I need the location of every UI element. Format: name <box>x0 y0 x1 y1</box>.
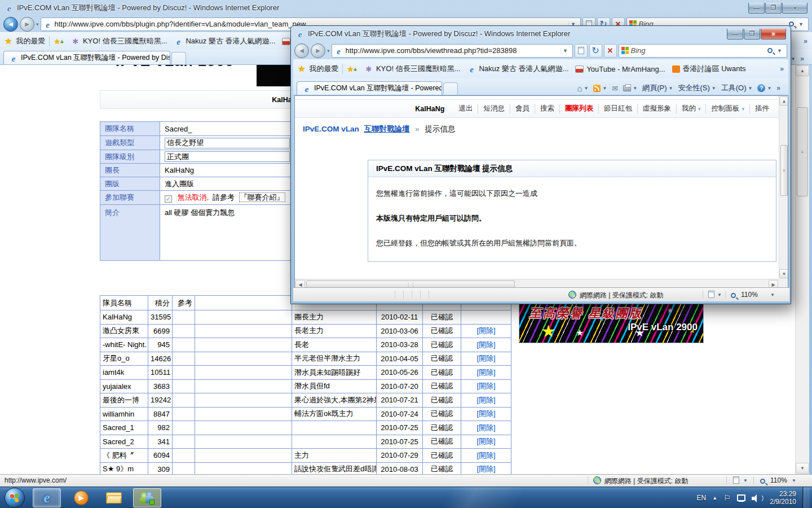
scroll-thumb[interactable]: ≡ <box>780 145 788 196</box>
chevron-more-icon[interactable]: » <box>804 37 807 45</box>
forum-nav-item[interactable]: 插件 <box>749 104 774 113</box>
remove-member-link[interactable]: [開除] <box>476 409 495 418</box>
url-box[interactable]: http://www.ipve.com/bbs/viewthread.php?t… <box>332 44 573 58</box>
taskbar-explorer-button[interactable] <box>100 488 127 507</box>
minimize-button[interactable]: — <box>727 29 743 40</box>
safety-menu[interactable]: 安全性(S)▼ <box>678 83 716 93</box>
close-button[interactable]: × <box>782 3 807 14</box>
breadcrumb-site-link[interactable]: IPvE.COM vLan <box>303 125 359 133</box>
compatibility-view-button[interactable] <box>575 44 588 58</box>
zoom-level[interactable]: 110% <box>741 291 758 299</box>
action-center-icon[interactable]: ⚐ <box>723 493 731 502</box>
history-dropdown-icon[interactable]: ▾ <box>327 48 330 54</box>
remove-member-link[interactable]: [開除] <box>476 354 495 362</box>
zoom-icon[interactable] <box>731 293 736 298</box>
scroll-up-icon[interactable]: ▲ <box>796 65 809 76</box>
search-dropdown-icon[interactable]: ▼ <box>775 48 784 54</box>
network-icon[interactable] <box>737 494 745 502</box>
taskbar-media-player-button[interactable]: ▶ <box>68 488 95 507</box>
add-favorite-icon[interactable]: ★+ <box>347 65 357 73</box>
forum-nav-item[interactable]: 退出 <box>453 104 478 113</box>
favorites-item[interactable]: KYO! 信長三國魔獸暗黑... <box>361 63 464 75</box>
compatibility-status-icon[interactable] <box>708 291 714 298</box>
language-indicator[interactable]: EN <box>696 494 706 502</box>
forward-button[interactable]: ▶ <box>20 17 34 32</box>
feeds-button[interactable]: ▼ <box>593 85 607 92</box>
remove-member-link[interactable]: [開除] <box>476 368 495 376</box>
show-hidden-icons-button[interactable]: ▲ <box>712 495 717 501</box>
chevron-down-icon[interactable]: ▼ <box>743 478 748 483</box>
favorites-label[interactable]: 我的最愛 <box>16 36 45 46</box>
taskbar-messenger-button[interactable] <box>133 488 161 507</box>
browser-tab[interactable]: IPvE.COM vLan 互聯對戰論壇 - Powered by Dis... <box>297 81 442 95</box>
chevron-more-icon[interactable]: » <box>800 55 804 63</box>
forum-nav-item[interactable]: 節日紅包 <box>598 104 637 113</box>
forum-nav-item[interactable]: 搜索 <box>535 104 559 113</box>
game-type-input[interactable] <box>165 138 290 148</box>
search-icon[interactable] <box>767 48 773 53</box>
refresh-button[interactable]: ↻ <box>589 44 602 58</box>
forward-button[interactable]: ▶ <box>311 43 325 58</box>
favorites-star-icon[interactable]: ★ <box>5 36 12 46</box>
zoom-dropdown-icon[interactable]: ▼ <box>770 292 775 297</box>
remove-member-link[interactable]: [開除] <box>476 382 495 390</box>
forum-nav-item[interactable]: 短消息 <box>478 104 510 113</box>
favorites-item[interactable]: Nakuz 樂古 香港人氣網遊... <box>170 35 279 47</box>
vertical-scrollbar[interactable]: ▲ ≡ ▼ <box>795 65 809 474</box>
favorites-item[interactable]: 香港討論區 Uwants <box>669 63 749 75</box>
forum-nav-item[interactable]: 控制面板▾ <box>705 104 749 113</box>
remove-member-link[interactable]: [開除] <box>476 465 495 473</box>
forum-nav-item[interactable]: 我的▾ <box>676 104 706 113</box>
show-desktop-button[interactable] <box>802 487 810 508</box>
zoom-icon[interactable] <box>760 479 765 484</box>
minimize-button[interactable]: — <box>748 3 765 14</box>
favorites-star-icon[interactable]: ★ <box>298 64 305 74</box>
breadcrumb-forum-link[interactable]: 互聯對戰論壇 <box>364 125 410 133</box>
history-dropdown-icon[interactable]: ▾ <box>36 21 39 27</box>
search-dropdown-icon[interactable]: ▼ <box>796 21 806 27</box>
favorites-item[interactable]: YouTube - MrAmHang... <box>572 63 668 75</box>
zoom-dropdown-icon[interactable]: ▼ <box>792 478 796 483</box>
remove-member-link[interactable]: [開除] <box>476 437 495 445</box>
maximize-button[interactable]: ❐ <box>744 29 760 40</box>
volume-icon[interactable] <box>752 494 760 502</box>
help-button[interactable]: ?▼ <box>757 84 771 92</box>
search-box[interactable]: Bing ▼ <box>619 44 787 58</box>
scroll-down-icon[interactable]: ▼ <box>796 463 809 474</box>
chevron-more-icon[interactable]: » <box>780 65 784 73</box>
remove-member-link[interactable]: [開除] <box>476 326 495 335</box>
vertical-scrollbar[interactable]: ▲ ≡ ▼ <box>779 96 788 279</box>
browser-tab[interactable]: IPvE.COM vLan 互聯對戰論壇 - Powered by Dis... <box>3 51 170 64</box>
page-menu[interactable]: 網頁(P)▼ <box>642 83 673 93</box>
start-button[interactable] <box>5 488 25 508</box>
read-mail-button[interactable]: ✉ <box>612 85 618 92</box>
home-button[interactable]: ⌂▼ <box>577 84 588 93</box>
forum-nav-item[interactable]: 虛擬形象 <box>637 104 676 113</box>
scroll-up-icon[interactable]: ▲ <box>779 97 788 106</box>
remove-member-link[interactable]: [開除] <box>476 396 495 404</box>
new-tab-button[interactable] <box>443 82 458 95</box>
chevron-down-icon[interactable]: ▼ <box>791 56 795 62</box>
scroll-down-icon[interactable]: ▼ <box>779 269 788 278</box>
back-button[interactable]: ◀ <box>3 17 18 32</box>
remove-member-link[interactable]: [開除] <box>476 340 495 349</box>
back-button[interactable]: ◀ <box>294 43 309 58</box>
username-link[interactable]: KalHaNg <box>415 105 444 113</box>
forum-nav-item[interactable]: 會員 <box>510 104 535 113</box>
scroll-thumb[interactable]: ≡ <box>797 107 808 196</box>
tools-menu[interactable]: 工具(O)▼ <box>721 83 753 93</box>
stop-button[interactable]: × <box>604 44 617 58</box>
new-tab-button[interactable] <box>171 52 186 64</box>
maximize-button[interactable]: ❐ <box>765 3 782 14</box>
close-button[interactable]: × <box>761 29 786 40</box>
add-favorite-icon[interactable]: ★+ <box>54 37 64 46</box>
team-level-input[interactable] <box>165 151 290 162</box>
favorites-item[interactable]: KYO! 信長三國魔獸暗黑... <box>68 35 171 47</box>
url-dropdown-icon[interactable]: ▼ <box>561 48 570 54</box>
league-intro-link[interactable]: 『聯賽介紹』 <box>239 192 285 202</box>
compatibility-status-icon[interactable] <box>733 476 739 484</box>
chevron-more-icon[interactable]: » <box>776 84 780 92</box>
taskbar-clock[interactable]: 23:29 2/9/2010 <box>770 490 796 506</box>
forum-nav-item[interactable]: 團隊列表 <box>559 104 598 113</box>
remove-member-link[interactable]: [開除] <box>476 451 495 459</box>
